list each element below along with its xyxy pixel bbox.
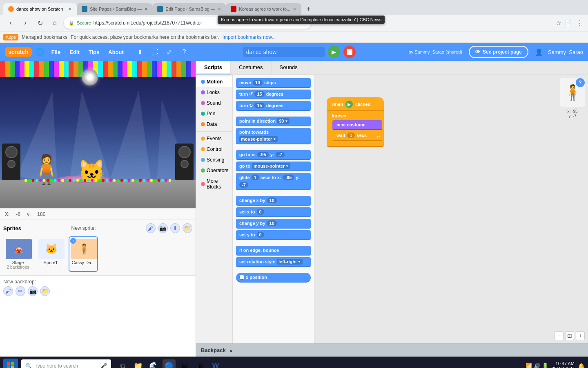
cat-sensing[interactable]: Sensing (196, 155, 232, 165)
taskbar-word[interactable]: W (209, 359, 222, 368)
block-change-x[interactable]: change x by 10 (236, 196, 311, 206)
green-flag-button[interactable]: ▶ (328, 46, 340, 58)
block-goto-mouse-value[interactable]: mouse-pointer (252, 163, 290, 169)
block-set-y[interactable]: set y to 0 (236, 230, 311, 240)
cat-more-blocks[interactable]: More Blocks (196, 176, 232, 192)
forward-button[interactable]: › (20, 17, 31, 29)
taskbar-file-explorer[interactable]: 📁 (131, 359, 145, 368)
back-button[interactable]: ‹ (5, 17, 16, 29)
project-title-input[interactable] (243, 47, 325, 57)
block-rotation-value[interactable]: left-right (277, 259, 303, 265)
home-button[interactable]: ⌂ (49, 17, 60, 29)
block-turn-ccw[interactable]: turn ↺ 15 degrees (236, 90, 311, 99)
cat-events[interactable]: Events (196, 133, 232, 144)
block-point-dir-value[interactable]: 90 (277, 118, 290, 124)
new-tab-button[interactable]: + (303, 3, 314, 15)
upload-icon[interactable]: ⬆ (134, 46, 146, 58)
fullscreen-icon[interactable]: ⛶ (149, 46, 160, 58)
zoom-reset-button[interactable]: ⊡ (565, 331, 574, 340)
block-wait[interactable]: wait 1 secs ↩ (332, 130, 382, 141)
backdrop-camera-button[interactable]: 📷 (28, 286, 38, 296)
pdf-icon[interactable]: 📄 (565, 20, 572, 26)
cat-sound[interactable]: Sound (196, 98, 232, 108)
tab-1[interactable]: dance show on Scratch × (3, 3, 77, 15)
taskbar-task-view[interactable]: ⧉ (116, 359, 129, 368)
network-icon[interactable]: 📶 (526, 363, 532, 368)
sprite-item-cassy[interactable]: i 🧍 Cassy Da... (69, 236, 98, 272)
tab-costumes[interactable]: Costumes (231, 61, 272, 74)
cat-control[interactable]: Control (196, 144, 232, 155)
block-turn-cw[interactable]: turn ↻ 15 degrees (236, 101, 311, 111)
block-goto-xy[interactable]: go to x: -95 y: -7 (236, 150, 311, 160)
sprite-item-1[interactable]: 🐱 Sprite1 (36, 236, 65, 272)
taskbar-store[interactable]: 🛍 (194, 359, 207, 368)
file-menu[interactable]: File (47, 47, 65, 57)
block-point-direction[interactable]: point in direction 90 (236, 117, 311, 126)
backdrop-upload-button[interactable]: 📁 (40, 286, 50, 296)
start-button[interactable] (3, 359, 18, 368)
tab-close-4[interactable]: × (293, 6, 296, 12)
block-goto-mouse[interactable]: go to mouse-pointer (236, 162, 311, 171)
see-project-button[interactable]: 👁 See project page (469, 46, 528, 58)
backdrop-pencil-button[interactable]: ✏ (16, 286, 25, 296)
apps-button[interactable]: Apps (3, 34, 18, 40)
mic-icon[interactable]: 🎤 (100, 363, 107, 368)
block-point-towards[interactable]: point towards mouse-pointer (236, 128, 311, 144)
tips-menu[interactable]: Tips (85, 47, 104, 57)
block-change-y[interactable]: change y by 10 (236, 219, 311, 229)
refresh-button[interactable]: ↻ (34, 17, 46, 29)
new-sprite-file-button[interactable]: 📁 (183, 223, 192, 233)
taskbar-edge[interactable]: 🌊 (147, 359, 160, 368)
block-point-towards-value[interactable]: mouse-pointer (239, 136, 278, 142)
cat-data[interactable]: Data (196, 119, 232, 130)
bookmark-star[interactable]: ☆ (556, 20, 561, 26)
tab-3[interactable]: Edit Page ‹ SamsBlog — × (152, 3, 226, 15)
new-sprite-camera-button[interactable]: 📷 (158, 223, 168, 233)
battery-icon[interactable]: 🔋 (542, 363, 548, 368)
tab-close-1[interactable]: × (69, 6, 72, 12)
taskbar-search-box[interactable]: 🔍 Type here to search 🎤 (21, 359, 111, 368)
block-x-position[interactable]: x position (236, 273, 311, 283)
sprite-item-stage[interactable]: 🎪 Stage 2 backdrops (3, 236, 33, 272)
help-icon[interactable]: ? (178, 46, 190, 58)
new-sprite-paint-button[interactable]: 🖌 (146, 223, 156, 233)
more-menu-button[interactable]: ⋮ (577, 19, 583, 27)
block-glide[interactable]: glide 1 secs to x: -95 y: -7 (236, 173, 311, 190)
backpack-bar[interactable]: Backpack ▲ (196, 343, 588, 357)
tab-sounds[interactable]: Sounds (272, 61, 306, 74)
block-move[interactable]: move 10 steps (236, 78, 311, 88)
block-edge-bounce[interactable]: if on edge, bounce (236, 246, 311, 256)
backdrop-paint-button[interactable]: 🖌 (3, 286, 13, 296)
globe-icon[interactable]: 🌐 (35, 47, 44, 56)
new-sprite-upload-button[interactable]: ⬆ (170, 223, 180, 233)
edit-menu[interactable]: Edit (65, 47, 84, 57)
block-rotation-style[interactable]: set rotation style left-right (236, 257, 311, 267)
scratch-logo[interactable]: scratch (5, 47, 32, 57)
cat-operators[interactable]: Operators (196, 165, 232, 176)
tab-2[interactable]: Site Pages ‹ SamsBlog — × (77, 3, 152, 15)
hat-block[interactable]: when ▶ clicked (327, 97, 384, 111)
import-bookmarks-link[interactable]: Import bookmarks now... (223, 34, 276, 40)
block-x-position-checkbox[interactable] (239, 275, 244, 280)
expand-icon[interactable]: ⤢ (164, 46, 175, 58)
forever-block[interactable]: forever next costume wait (327, 111, 384, 147)
cat-pen[interactable]: Pen (196, 108, 232, 119)
volume-icon[interactable]: 🔊 (534, 363, 540, 368)
about-menu[interactable]: About (104, 47, 128, 57)
zoom-out-button[interactable]: − (555, 331, 564, 340)
zoom-in-button[interactable]: + (576, 331, 585, 340)
cat-motion[interactable]: Motion (196, 76, 232, 87)
taskbar-chrome[interactable]: 🔵 (163, 359, 176, 368)
cat-looks[interactable]: Looks (196, 87, 232, 98)
block-next-costume[interactable]: next costume (332, 120, 382, 130)
help-button[interactable]: ? (576, 78, 585, 87)
user-icon[interactable]: 👤 (535, 48, 543, 56)
tab-close-3[interactable]: × (218, 6, 221, 12)
username[interactable]: Sammy_Sarao (548, 49, 583, 55)
tab-4[interactable]: Koreas agree to work to... × Koreas agre… (226, 3, 301, 15)
taskbar-clock[interactable]: 10:47 AM 2018-04-27 (552, 361, 575, 368)
tab-scripts[interactable]: Scripts (196, 61, 231, 74)
taskbar-email[interactable]: ✉ (178, 359, 191, 368)
tab-close-2[interactable]: × (144, 6, 147, 12)
block-set-x[interactable]: set x to 0 (236, 207, 311, 217)
